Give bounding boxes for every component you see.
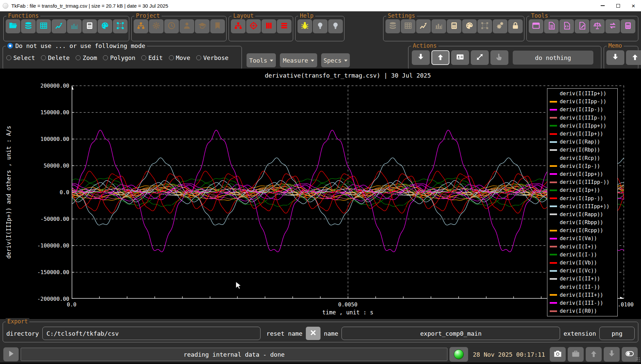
status-button-briefcase[interactable] xyxy=(568,347,584,362)
memo-button-download-arrow[interactable] xyxy=(606,50,624,65)
toolbar-button-table[interactable] xyxy=(36,19,51,33)
directory-input[interactable] xyxy=(42,327,261,340)
toolbar-button-document[interactable] xyxy=(544,19,559,33)
toolbar-button-bar-chart[interactable] xyxy=(431,19,446,33)
toolbar-button-lock[interactable] xyxy=(508,19,523,33)
mode-radio-delete[interactable]: Delete xyxy=(41,54,70,61)
toolbar-button-palette[interactable] xyxy=(462,19,477,33)
green-led-icon xyxy=(454,349,464,359)
toolbar-button-swap-arrows[interactable] xyxy=(605,19,620,33)
toolbar-button-window[interactable] xyxy=(529,19,543,33)
mode-radio-move[interactable]: Move xyxy=(169,54,190,61)
toolbar-button-bookmark[interactable] xyxy=(210,19,225,33)
window-title: TkFab : file = transfo_tr_trmag.csv | si… xyxy=(11,3,595,9)
toolbar-button-lightbulb[interactable] xyxy=(313,19,327,33)
status-button-camera[interactable] xyxy=(550,347,566,362)
actions-button-hand-pointer[interactable] xyxy=(490,50,508,65)
mode-radio-edit[interactable]: Edit xyxy=(141,54,163,61)
tools-menu-button[interactable]: Tools xyxy=(247,53,276,67)
legend-swatch xyxy=(550,157,557,159)
actions-button-expand-arrows[interactable] xyxy=(471,50,489,65)
mode-radio-verbose[interactable]: Verbose xyxy=(196,54,229,61)
toolbar-button-person[interactable] xyxy=(180,19,194,33)
toolbar-button-calculator[interactable] xyxy=(82,19,97,33)
maximize-button[interactable] xyxy=(610,0,626,11)
select-frame-icon xyxy=(480,21,489,31)
toolbar-button-code-document[interactable] xyxy=(559,19,574,33)
mode-radio-polygon[interactable]: Polygon xyxy=(103,54,135,61)
y-tick-label: 150000.00 xyxy=(40,109,69,116)
mode-radio-select[interactable]: Select xyxy=(6,54,35,61)
toolbar-button-line-chart[interactable] xyxy=(416,19,431,33)
extension-input[interactable] xyxy=(599,327,635,340)
radio-circle-icon xyxy=(141,55,146,60)
do-not-use-radio[interactable] xyxy=(7,43,13,49)
resize-grip[interactable] xyxy=(635,357,640,362)
actions-button-contact-card[interactable] xyxy=(451,50,469,65)
toolbar-button-select-frame[interactable] xyxy=(113,19,128,33)
legend-label: deriv(I(III-)) xyxy=(560,300,603,306)
do-nothing-button[interactable]: do nothing xyxy=(513,51,593,65)
horizontal-bars-icon xyxy=(280,21,289,31)
mode-radio-zoom[interactable]: Zoom xyxy=(76,54,97,61)
plot-canvas[interactable] xyxy=(72,86,624,299)
legend-entry: deriv(I(Rbpp)) xyxy=(547,218,617,226)
toolbar-button-gears[interactable] xyxy=(493,19,507,33)
legend-label: deriv(I(II+)) xyxy=(560,276,600,282)
toolbar-button-vertical-bars[interactable] xyxy=(262,19,276,33)
legend-label: deriv(I(IIIp+)) xyxy=(560,91,606,97)
close-button[interactable]: × xyxy=(626,0,641,11)
toolbar-button-database[interactable] xyxy=(21,19,36,33)
status-button-download-arrow[interactable] xyxy=(604,347,620,362)
toolbar-button-lightbulb[interactable] xyxy=(328,19,343,33)
toolbar-button-target[interactable] xyxy=(246,19,261,33)
actions-button-upload-arrow[interactable] xyxy=(431,50,449,65)
y-tick-label: -100000.00 xyxy=(37,242,69,249)
play-button[interactable] xyxy=(3,347,19,361)
toolbar-button-bug[interactable] xyxy=(298,19,312,33)
toolbar-button-bar-chart[interactable] xyxy=(67,19,82,33)
swap-arrows-icon xyxy=(608,21,617,31)
legend-entry: deriv(I(Ipp-)) xyxy=(547,194,617,202)
toolbar-button-scales[interactable] xyxy=(590,19,605,33)
toolbar-button-gear[interactable] xyxy=(149,19,164,33)
toolbar-button-select-frame[interactable] xyxy=(477,19,492,33)
toolbar-button-sitemap[interactable] xyxy=(231,19,246,33)
toolbar-button-clock[interactable] xyxy=(164,19,179,33)
target-icon xyxy=(249,21,258,31)
toolbar-button-folder-open[interactable] xyxy=(6,19,20,33)
status-led-button[interactable] xyxy=(449,347,468,362)
measure-menu-button[interactable]: Measure xyxy=(280,53,317,67)
toolbar-button-line-chart[interactable] xyxy=(52,19,66,33)
toolbar-button-sitemap[interactable] xyxy=(134,19,148,33)
legend-swatch xyxy=(550,141,557,143)
legend-label: deriv(I(Vb)) xyxy=(560,260,597,266)
legend-label: deriv(I(Rap)) xyxy=(560,139,600,145)
toolbar-button-horizontal-bars[interactable] xyxy=(277,19,292,33)
actions-button-download-arrow[interactable] xyxy=(412,50,430,65)
minimize-button[interactable] xyxy=(595,0,610,11)
extension-label: extension xyxy=(563,330,596,337)
toolbar-button-palette[interactable] xyxy=(98,19,112,33)
vertical-bars-icon xyxy=(265,21,273,31)
legend-label: deriv(I(I-)) xyxy=(560,252,597,258)
toolbar-button-table[interactable] xyxy=(401,19,415,33)
toolbar-group-functions: Functions xyxy=(3,16,129,41)
datetime-text: 28 Nov 2025 00:17:11 xyxy=(470,351,548,358)
reset-name-button[interactable] xyxy=(306,327,320,340)
status-button-upload-arrow[interactable] xyxy=(586,347,602,362)
toolbar-button-calculator[interactable] xyxy=(621,19,635,33)
legend-entry: deriv(I(IIp-)) xyxy=(547,106,617,114)
radio-circle-icon xyxy=(103,55,108,60)
toolbar-button-graduation-cap[interactable] xyxy=(195,19,210,33)
legend-entry: deriv(I(IIpp+)) xyxy=(547,122,617,130)
memo-button-upload-arrow[interactable] xyxy=(626,50,641,65)
toolbar-button-edit-document[interactable] xyxy=(575,19,589,33)
y-tick-label: 200000.00 xyxy=(40,83,69,89)
toolbar-button-calculator[interactable] xyxy=(447,19,461,33)
name-input[interactable] xyxy=(341,327,560,340)
specs-menu-button[interactable]: Specs xyxy=(321,53,350,67)
toolbar-button-database[interactable] xyxy=(385,19,400,33)
bottom-strip xyxy=(0,362,641,364)
legend-label: deriv(I(III+)) xyxy=(560,292,603,298)
